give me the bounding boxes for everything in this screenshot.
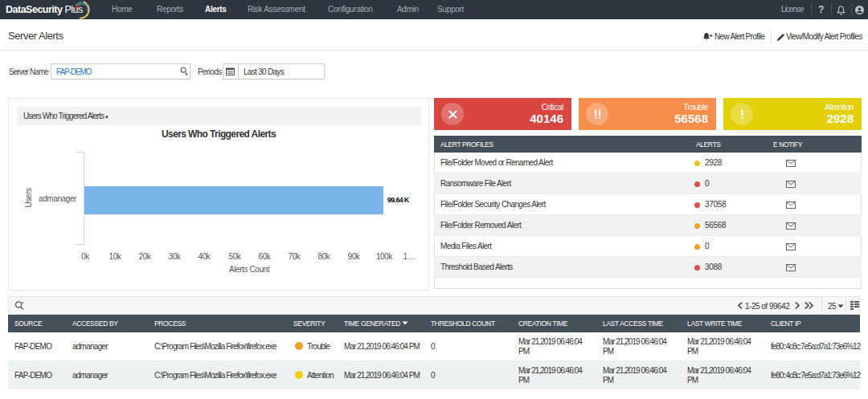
svg-text:+: +: [710, 33, 713, 39]
